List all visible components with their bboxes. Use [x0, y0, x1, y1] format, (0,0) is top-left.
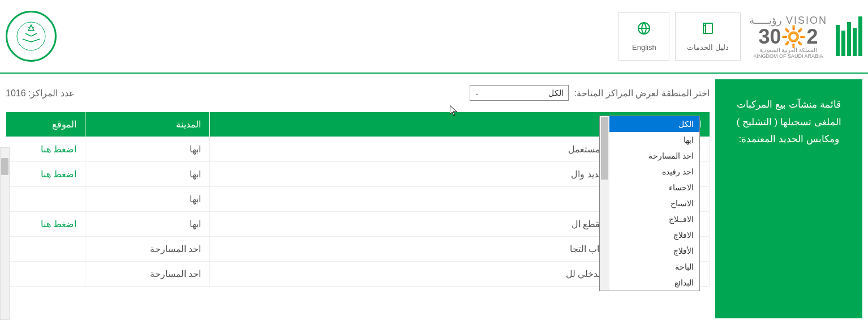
region-dropdown-panel: الكلابهااحد المسارحةاحد رفيدهالاحساءالاس… [599, 116, 700, 291]
count-value: 1016 [6, 88, 26, 98]
main-content: قائمة منشآت بيع المركبات الملغى تسجيلها … [0, 74, 868, 324]
header: VISION رؤيـــــة 2🔆30 المملكة العربية ال… [0, 0, 868, 74]
services-guide-label: دليل الخدمات [687, 43, 729, 52]
cell-city: ابها [85, 137, 210, 162]
dropdown-option[interactable]: البدائع [600, 275, 699, 291]
cell-city: ابها [85, 162, 210, 187]
filter-right: اختر المنطقة لعرض المراكز المتاحة: ⌄ الك… [470, 85, 710, 101]
dropdown-option[interactable]: الباحة [600, 259, 699, 275]
region-selected-value: الكل [548, 88, 564, 97]
cell-location [6, 237, 85, 262]
dropdown-option[interactable]: الافلاج [600, 227, 699, 243]
dropdown-scrollbar-thumb[interactable] [601, 117, 608, 180]
dropdown-option[interactable]: الأفلاج [600, 243, 699, 259]
book-icon [687, 22, 729, 39]
dropdown-option[interactable]: الاسياح [600, 195, 699, 211]
services-guide-button[interactable]: دليل الخدمات [675, 12, 741, 61]
cell-city: احد المسارحة [85, 237, 210, 262]
header-location: الموقع [6, 112, 85, 137]
cell-location: اضغط هنا [6, 162, 85, 187]
cell-city: ابها [85, 187, 210, 212]
moi-emblem [6, 11, 57, 62]
dropdown-option[interactable]: ابها [600, 132, 699, 148]
vision-year: 2🔆30 [749, 27, 827, 47]
dropdown-option[interactable]: الاحساء [600, 180, 699, 195]
location-link[interactable]: اضغط هنا [41, 144, 76, 154]
table-scrollbar[interactable] [0, 147, 10, 320]
dropdown-option[interactable]: الكل [600, 116, 699, 132]
location-link[interactable]: اضغط هنا [41, 169, 76, 179]
svg-rect-0 [703, 23, 712, 33]
vision-country-ar: المملكة العربية السعودية [749, 47, 827, 53]
cell-city: ابها [85, 212, 210, 237]
cell-location [6, 262, 85, 287]
centers-count: عدد المراكز: 1016 [6, 88, 75, 99]
scrollbar-thumb[interactable] [1, 158, 8, 175]
absher-logo [836, 16, 862, 56]
header-city: المدينة [85, 112, 210, 137]
cell-city: احد المسارحة [85, 262, 210, 287]
header-buttons: دليل الخدمات English [618, 12, 741, 61]
location-link[interactable]: اضغط هنا [41, 219, 76, 229]
filter-row: اختر المنطقة لعرض المراكز المتاحة: ⌄ الك… [6, 85, 710, 101]
filter-label: اختر المنطقة لعرض المراكز المتاحة: [574, 88, 710, 99]
count-label: عدد المراكز: [28, 88, 75, 98]
cell-location: اضغط هنا [6, 137, 85, 162]
language-label: English [630, 43, 658, 52]
chevron-down-icon: ⌄ [475, 90, 479, 96]
cell-location [6, 187, 85, 212]
dropdown-option[interactable]: احد رفيده [600, 164, 699, 180]
header-right: VISION رؤيـــــة 2🔆30 المملكة العربية ال… [618, 12, 862, 61]
globe-icon [630, 22, 658, 39]
sidebar: قائمة منشآت بيع المركبات الملغى تسجيلها … [715, 79, 862, 318]
dropdown-option[interactable]: احد المسارحة [600, 148, 699, 164]
vision-country-en: KINGDOM OF SAUDI ARABIA [749, 53, 827, 59]
sidebar-title: قائمة منشآت بيع المركبات الملغى تسجيلها … [724, 96, 854, 148]
dropdown-scrollbar[interactable] [600, 116, 609, 291]
language-button[interactable]: English [618, 12, 669, 61]
cell-location: اضغط هنا [6, 212, 85, 237]
dropdown-option[interactable]: الافــلاج [600, 211, 699, 227]
region-select[interactable]: ⌄ الكل [470, 85, 569, 101]
vision-2030-logo: VISION رؤيـــــة 2🔆30 المملكة العربية ال… [749, 14, 827, 59]
